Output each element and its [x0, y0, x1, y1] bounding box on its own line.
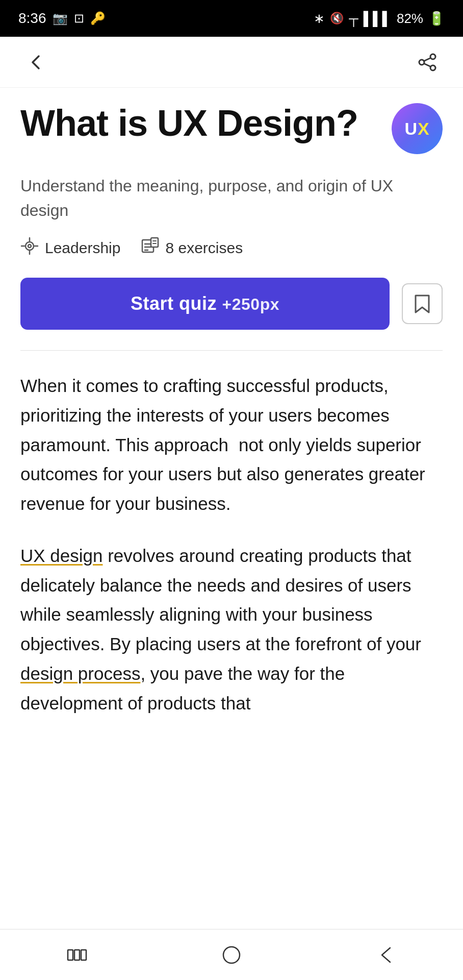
title-section: What is UX Design? UX	[20, 88, 443, 164]
article-title: What is UX Design?	[20, 103, 392, 143]
exercises-label: 8 exercises	[165, 239, 243, 257]
article-subtitle: Understand the meaning, purpose, and ori…	[20, 174, 443, 223]
svg-rect-19	[74, 950, 80, 960]
svg-rect-15	[151, 238, 158, 247]
svg-point-6	[28, 244, 31, 248]
bottom-nav	[0, 929, 463, 980]
camera-icon: 📷	[53, 11, 68, 26]
article-paragraph-2: UX design revolves around creating produ…	[20, 541, 443, 718]
svg-rect-18	[68, 950, 73, 960]
bookmark-button[interactable]	[402, 283, 443, 324]
svg-point-5	[25, 242, 34, 250]
nav-home-button[interactable]	[211, 940, 252, 970]
meta-row: Leadership 8 exercises	[20, 237, 443, 259]
category-label: Leadership	[45, 239, 120, 257]
exercises-meta: 8 exercises	[141, 237, 243, 259]
battery-display: 82%	[397, 11, 423, 27]
share-button[interactable]	[412, 47, 443, 78]
article-content: What is UX Design? UX Understand the mea…	[0, 88, 463, 718]
signal-icon: ▌▌▌	[364, 11, 392, 27]
nav-recent-button[interactable]	[57, 940, 97, 970]
section-divider	[20, 350, 443, 351]
wifi-icon: ┬	[349, 11, 358, 27]
start-quiz-button[interactable]: Start quiz +250px	[20, 278, 390, 330]
article-paragraph-1: When it comes to crafting successful pro…	[20, 371, 443, 519]
ux-x-letter: X	[418, 119, 430, 138]
article-body: When it comes to crafting successful pro…	[20, 371, 443, 718]
design-process-link[interactable]: design process	[20, 664, 140, 683]
exercises-icon	[141, 237, 159, 259]
ux-logo: UX	[392, 103, 443, 154]
category-meta: Leadership	[20, 237, 120, 259]
svg-point-21	[223, 947, 240, 963]
nav-back-button[interactable]	[366, 940, 406, 970]
back-button[interactable]	[20, 47, 51, 78]
cast-icon: ⊡	[74, 11, 84, 26]
quiz-button-label: Start quiz	[131, 293, 217, 314]
svg-line-3	[424, 58, 431, 61]
status-bar: 8:36 📷 ⊡ 🔑 ∗ 🔇 ┬ ▌▌▌ 82% 🔋	[0, 0, 463, 37]
bluetooth-icon: ∗	[314, 11, 325, 27]
ux-u-letter: U	[404, 119, 418, 138]
category-icon	[20, 237, 39, 259]
svg-line-4	[424, 63, 431, 66]
mute-icon: 🔇	[330, 12, 344, 25]
ux-design-link[interactable]: UX design	[20, 546, 102, 566]
quiz-points: +250px	[222, 295, 279, 313]
quiz-row: Start quiz +250px	[20, 278, 443, 330]
time-display: 8:36	[18, 10, 46, 27]
battery-icon: 🔋	[428, 11, 445, 27]
status-left: 8:36 📷 ⊡ 🔑	[18, 10, 106, 27]
title-block: What is UX Design?	[20, 103, 392, 143]
nav-bar	[0, 37, 463, 88]
svg-rect-20	[81, 950, 86, 960]
status-right: ∗ 🔇 ┬ ▌▌▌ 82% 🔋	[314, 11, 445, 27]
key-icon: 🔑	[90, 11, 106, 26]
